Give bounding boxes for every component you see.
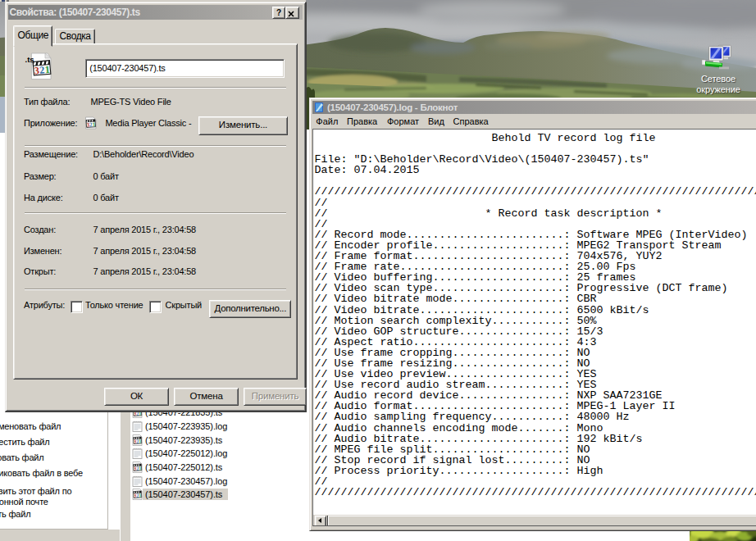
svg-text:1: 1 [139, 465, 142, 471]
svg-text:1: 1 [139, 492, 142, 498]
svg-text:.ts: .ts [25, 55, 34, 64]
svg-text:1: 1 [139, 438, 142, 443]
svg-text:1: 1 [44, 64, 50, 75]
